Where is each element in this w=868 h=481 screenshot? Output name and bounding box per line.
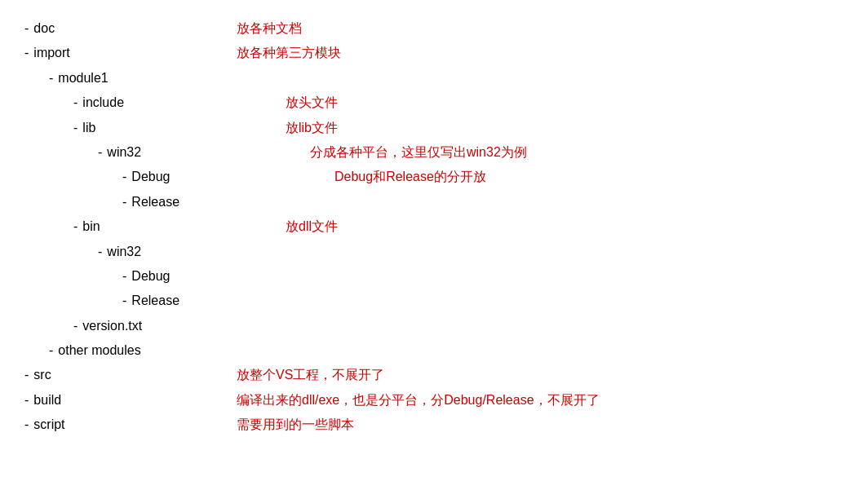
item-label: -win32 (98, 240, 294, 264)
list-item: -win32 (24, 240, 844, 264)
list-item: -build编译出来的dll/exe，也是分平台，分Debug/Release，… (24, 388, 844, 413)
item-comment: 需要用到的一些脚本 (237, 413, 354, 437)
item-label: -Release (122, 190, 318, 214)
list-item: -win32分成各种平台，这里仅写出win32为例 (24, 140, 844, 165)
list-item: -Debug (24, 264, 844, 289)
item-name: Debug (131, 269, 170, 283)
item-label: -lib (73, 116, 269, 140)
item-label: -build (24, 388, 220, 413)
bullet-icon: - (24, 368, 29, 382)
item-comment: 放各种第三方模块 (237, 41, 341, 65)
bullet-icon: - (24, 21, 29, 35)
bullet-icon: - (73, 319, 78, 333)
list-item: -import放各种第三方模块 (24, 41, 844, 65)
item-label: -Release (122, 289, 318, 313)
list-item: -lib放lib文件 (24, 116, 844, 140)
item-name: Debug (131, 170, 170, 183)
item-name: other modules (58, 343, 140, 357)
bullet-icon: - (122, 195, 126, 209)
item-name: Release (131, 195, 179, 209)
item-comment: 放lib文件 (286, 116, 338, 140)
bullet-icon: - (98, 145, 102, 159)
item-label: -Debug (122, 165, 318, 189)
item-label: -version.txt (73, 314, 269, 338)
item-name: win32 (107, 245, 141, 258)
item-name: Release (131, 293, 179, 307)
item-name: doc (33, 21, 55, 35)
item-label: -include (73, 90, 269, 115)
list-item: -bin放dll文件 (24, 214, 844, 239)
item-name: include (82, 95, 124, 109)
item-name: script (33, 417, 64, 431)
list-item: -Release (24, 190, 844, 214)
bullet-icon: - (122, 269, 126, 283)
bullet-icon: - (24, 46, 29, 60)
item-name: bin (82, 219, 100, 233)
bullet-icon: - (24, 417, 29, 431)
list-item: -src放整个VS工程，不展开了 (24, 363, 844, 387)
list-item: -module1 (24, 66, 844, 90)
item-comment: 放头文件 (286, 90, 338, 115)
bullet-icon: - (73, 95, 78, 109)
item-label: -Debug (122, 264, 318, 289)
item-label: -doc (24, 16, 220, 41)
list-item: -doc放各种文档 (24, 16, 844, 41)
list-item: -include放头文件 (24, 90, 844, 115)
item-comment: Debug和Release的分开放 (334, 165, 486, 189)
item-comment: 放整个VS工程，不展开了 (237, 363, 384, 387)
item-label: -bin (73, 214, 269, 239)
item-label: -src (24, 363, 220, 387)
bullet-icon: - (49, 343, 53, 357)
bullet-icon: - (122, 170, 126, 183)
item-comment: 放各种文档 (237, 16, 302, 41)
item-name: win32 (107, 145, 141, 159)
list-item: -version.txt (24, 314, 844, 338)
list-item: -script需要用到的一些脚本 (24, 413, 844, 437)
item-name: module1 (58, 71, 108, 85)
item-name: import (33, 46, 69, 60)
bullet-icon: - (98, 245, 102, 258)
bullet-icon: - (122, 293, 126, 307)
bullet-icon: - (73, 219, 78, 233)
item-comment: 分成各种平台，这里仅写出win32为例 (310, 140, 527, 165)
item-label: -other modules (49, 338, 245, 363)
item-comment: 编译出来的dll/exe，也是分平台，分Debug/Release，不展开了 (237, 388, 600, 413)
item-label: -import (24, 41, 220, 65)
item-name: lib (82, 121, 95, 135)
item-name: version.txt (82, 319, 142, 333)
item-label: -module1 (49, 66, 245, 90)
item-label: -win32 (98, 140, 294, 165)
bullet-icon: - (49, 71, 53, 85)
item-label: -script (24, 413, 220, 437)
item-comment: 放dll文件 (286, 214, 338, 239)
item-name: build (33, 393, 61, 407)
file-tree: -doc放各种文档-import放各种第三方模块-module1-include… (24, 16, 844, 438)
bullet-icon: - (24, 393, 29, 407)
list-item: -other modules (24, 338, 844, 363)
item-name: src (33, 368, 51, 382)
list-item: -DebugDebug和Release的分开放 (24, 165, 844, 189)
list-item: -Release (24, 289, 844, 313)
bullet-icon: - (73, 121, 78, 135)
